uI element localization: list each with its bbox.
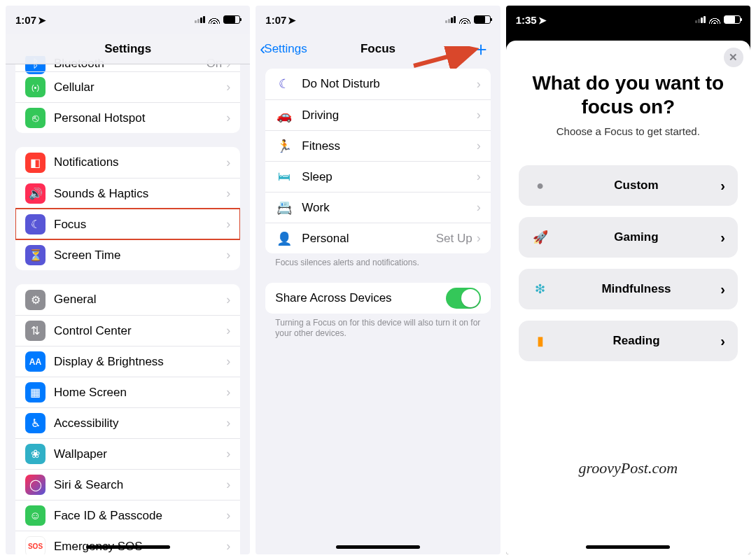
status-bar: 1:07➤ — [255, 6, 500, 34]
row-label: Personal Hotspot — [54, 111, 226, 125]
settings-scroll[interactable]: ᛒ Bluetooth On › (•) Cellular › ⎋ Person… — [6, 56, 250, 554]
row-work[interactable]: 📇Work› — [265, 192, 490, 223]
signal-icon — [445, 16, 456, 23]
back-label: Settings — [264, 42, 307, 56]
person-icon: 👤 — [275, 231, 293, 246]
row-label: Driving — [302, 108, 476, 122]
option-gaming[interactable]: 🚀 Gaming › — [519, 217, 738, 258]
chevron-right-icon: › — [477, 231, 481, 246]
chevron-right-icon: › — [477, 139, 481, 153]
focus-footer-2: Turning a Focus on for this device will … — [275, 318, 480, 340]
row-display[interactable]: AADisplay & Brightness› — [15, 346, 240, 377]
status-right — [195, 14, 240, 26]
row-label: Wallpaper — [54, 447, 226, 461]
phone-new-focus: 1:35➤ ✕ What do you want to focus on? Ch… — [506, 6, 750, 554]
chevron-right-icon: › — [226, 416, 230, 430]
home-indicator[interactable] — [86, 545, 170, 549]
row-cellular[interactable]: (•) Cellular › — [15, 71, 240, 102]
status-time: 1:35➤ — [516, 14, 547, 26]
badge-icon: 📇 — [275, 200, 293, 216]
row-general[interactable]: ⚙General› — [15, 284, 240, 315]
chevron-right-icon: › — [226, 293, 230, 307]
row-notifications[interactable]: ◧ Notifications › — [15, 147, 240, 178]
row-label: Face ID & Passcode — [54, 509, 226, 523]
row-label: Home Screen — [54, 386, 226, 400]
row-label: Work — [302, 201, 476, 215]
row-dnd[interactable]: ☾Do Not Disturb› — [265, 69, 490, 99]
row-fitness[interactable]: 🏃Fitness› — [265, 130, 490, 161]
settings-group-general: ⚙General› ⇅Control Center› AADisplay & B… — [15, 284, 240, 554]
option-custom[interactable]: ● Custom › — [519, 165, 738, 206]
phone-settings: 1:07➤ Settings ᛒ Bluetooth On › (•) Ce — [6, 6, 250, 554]
bell-icon: ◧ — [25, 153, 46, 173]
row-label: Share Across Devices — [275, 291, 445, 305]
row-detail: Set Up — [436, 232, 472, 246]
row-focus[interactable]: ☾ Focus › — [15, 209, 240, 239]
share-toggle[interactable] — [446, 288, 481, 309]
speaker-icon: 🔊 — [25, 183, 46, 204]
home-indicator[interactable] — [586, 545, 670, 549]
moon-icon: ☾ — [25, 214, 46, 234]
chevron-right-icon: › — [226, 447, 230, 461]
chevron-right-icon: › — [720, 333, 725, 349]
flower-icon: ❀ — [25, 444, 46, 464]
row-accessibility[interactable]: ♿︎Accessibility› — [15, 407, 240, 438]
chevron-right-icon: › — [226, 80, 230, 94]
option-reading[interactable]: ▮ Reading › — [519, 321, 738, 361]
row-share-devices[interactable]: Share Across Devices — [265, 283, 490, 314]
text-size-icon: AA — [25, 351, 46, 372]
back-button[interactable]: ‹Settings — [260, 34, 307, 64]
row-control-center[interactable]: ⇅Control Center› — [15, 315, 240, 346]
status-bar: 1:35➤ — [506, 6, 750, 34]
row-sos[interactable]: SOSEmergency SOS› — [15, 531, 240, 554]
focus-scroll[interactable]: ☾Do Not Disturb› 🚗Driving› 🏃Fitness› 🛏Sl… — [255, 64, 500, 554]
chevron-right-icon: › — [226, 385, 230, 400]
row-label: Fitness — [302, 139, 476, 153]
row-driving[interactable]: 🚗Driving› — [265, 99, 490, 130]
chevron-right-icon: › — [720, 281, 725, 298]
chevron-right-icon: › — [226, 217, 230, 232]
chevron-right-icon: › — [720, 178, 725, 194]
cellular-icon: (•) — [25, 77, 46, 97]
row-screentime[interactable]: ⏳ Screen Time › — [15, 239, 240, 270]
signal-icon — [695, 16, 706, 23]
focus-footer-1: Focus silences alerts and notifications. — [275, 258, 480, 269]
watermark: groovyPost.com — [506, 459, 750, 477]
chevron-right-icon: › — [226, 186, 230, 201]
row-sleep[interactable]: 🛏Sleep› — [265, 161, 490, 192]
row-homescreen[interactable]: ▦Home Screen› — [15, 377, 240, 407]
status-bar: 1:07➤ — [6, 6, 250, 34]
wifi-icon — [209, 14, 220, 26]
close-button[interactable]: ✕ — [724, 48, 743, 67]
page-title: Focus — [360, 42, 396, 56]
page-title: Settings — [104, 42, 151, 56]
chevron-right-icon: › — [477, 77, 481, 92]
row-siri[interactable]: ◯Siri & Search› — [15, 469, 240, 500]
sos-icon: SOS — [25, 536, 46, 554]
option-label: Mindfulness — [552, 282, 721, 296]
home-indicator[interactable] — [336, 545, 420, 549]
add-focus-button[interactable]: ＋ — [471, 34, 491, 64]
row-label: General — [54, 293, 226, 307]
row-wallpaper[interactable]: ❀Wallpaper› — [15, 438, 240, 469]
chevron-right-icon: › — [226, 155, 230, 170]
hourglass-icon: ⏳ — [25, 245, 46, 265]
chevron-right-icon: › — [477, 108, 481, 122]
signal-icon — [195, 16, 205, 23]
row-label: Sounds & Haptics — [54, 187, 226, 201]
row-label: Do Not Disturb — [302, 77, 476, 91]
chevron-right-icon: › — [477, 169, 481, 184]
row-faceid[interactable]: ☺Face ID & Passcode› — [15, 500, 240, 531]
row-label: Notifications — [54, 155, 226, 169]
runner-icon: 🏃 — [275, 139, 293, 154]
face-icon: ☺ — [25, 505, 46, 526]
row-sounds[interactable]: 🔊 Sounds & Haptics › — [15, 178, 240, 209]
option-label: Reading — [552, 334, 721, 348]
plus-circle-icon: ● — [531, 178, 550, 193]
lotus-icon: ❇ — [531, 281, 550, 297]
chevron-right-icon: › — [720, 230, 725, 246]
option-mindfulness[interactable]: ❇ Mindfulness › — [519, 269, 738, 309]
row-hotspot[interactable]: ⎋ Personal Hotspot › — [15, 102, 240, 133]
row-personal[interactable]: 👤PersonalSet Up› — [265, 223, 490, 253]
chevron-right-icon: › — [477, 200, 481, 215]
